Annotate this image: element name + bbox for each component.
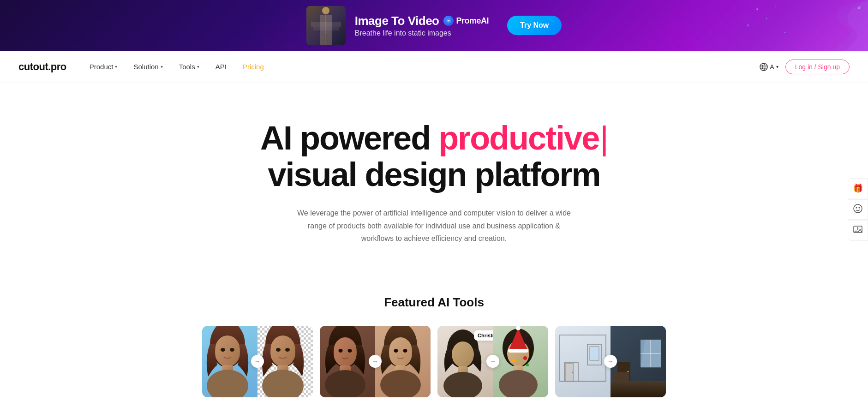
ad-thumbnail xyxy=(306,6,346,45)
featured-section: Featured AI Tools xyxy=(0,272,868,397)
svg-point-48 xyxy=(516,326,521,330)
ad-subtitle: Breathe life into static images xyxy=(355,29,489,37)
hero-heading-highlight: productive xyxy=(438,120,608,156)
svg-point-37 xyxy=(403,349,407,353)
svg-rect-47 xyxy=(508,349,528,353)
arrow-right-icon-3: → xyxy=(490,358,496,365)
svg-point-36 xyxy=(394,349,398,353)
ad-brand-name: PromeAI xyxy=(456,16,489,26)
svg-point-10 xyxy=(775,6,776,7)
svg-point-29 xyxy=(325,370,365,397)
arrow-right-icon-2: → xyxy=(372,358,378,365)
svg-point-8 xyxy=(756,8,758,10)
side-gift-button[interactable]: 🎁 xyxy=(848,178,868,198)
nav-translate[interactable]: A ▾ xyxy=(760,63,778,71)
svg-point-19 xyxy=(230,348,234,352)
svg-point-50 xyxy=(512,359,515,362)
nav-tools-label: Tools xyxy=(179,63,195,71)
side-avatar-button[interactable] xyxy=(848,199,868,220)
svg-rect-73 xyxy=(857,227,858,229)
hero-heading-part1: AI powered xyxy=(260,120,438,156)
card-half-left-1 xyxy=(202,326,257,397)
chevron-down-icon: ▾ xyxy=(115,64,117,69)
svg-point-9 xyxy=(766,18,767,19)
svg-rect-56 xyxy=(590,347,599,360)
svg-point-70 xyxy=(859,207,860,208)
svg-point-12 xyxy=(784,32,786,33)
featured-card-3[interactable]: Christmas + → xyxy=(437,326,548,397)
nav-product-label: Product xyxy=(90,63,114,71)
card-face-right xyxy=(375,326,431,397)
arrow-right-icon-4: → xyxy=(607,358,614,365)
svg-point-41 xyxy=(443,372,482,397)
card-effects-right xyxy=(493,326,548,397)
chevron-down-icon: ▾ xyxy=(197,64,199,69)
navbar: cutout.pro Product ▾ Solution ▾ Tools ▾ … xyxy=(0,51,868,83)
svg-point-27 xyxy=(333,337,357,367)
card-face-left xyxy=(320,326,375,397)
chevron-down-icon: ▾ xyxy=(161,64,163,69)
ad-banner: Image To Video PromeAI Breathe life into… xyxy=(0,0,868,51)
ad-cta-button[interactable]: Try Now xyxy=(507,16,562,35)
svg-point-51 xyxy=(526,364,529,366)
svg-point-35 xyxy=(380,370,421,397)
svg-point-15 xyxy=(215,335,240,367)
arrow-connector-3: → xyxy=(486,355,499,368)
ad-title: Image To Video PromeAI xyxy=(355,14,489,28)
side-buttons: 🎁 xyxy=(848,178,868,241)
svg-point-31 xyxy=(348,349,352,353)
smiley-icon xyxy=(853,204,863,216)
featured-card-2[interactable]: → xyxy=(320,326,431,397)
nav-logo[interactable]: cutout.pro xyxy=(18,61,66,73)
nav-right: A ▾ Log in / Sign up xyxy=(760,60,850,74)
svg-point-11 xyxy=(747,24,749,27)
gift-icon: 🎁 xyxy=(853,183,863,193)
login-button[interactable]: Log in / Sign up xyxy=(785,60,850,74)
hero-section: AI powered productive visual design plat… xyxy=(0,83,868,272)
card-sketch-left xyxy=(555,326,611,397)
svg-rect-6 xyxy=(324,34,328,45)
translate-icon xyxy=(760,63,768,71)
svg-point-45 xyxy=(499,370,538,397)
svg-point-17 xyxy=(207,370,248,397)
translate-chevron-icon: ▾ xyxy=(776,64,778,69)
side-alert-button[interactable] xyxy=(848,221,868,241)
alert-icon xyxy=(853,225,863,237)
translate-label: A xyxy=(770,63,774,71)
svg-point-39 xyxy=(452,341,474,367)
nav-api-label: API xyxy=(216,63,227,71)
ad-content: Image To Video PromeAI Breathe life into… xyxy=(306,6,562,45)
svg-point-69 xyxy=(856,207,857,208)
nav-solution-label: Solution xyxy=(133,63,158,71)
ad-brand: PromeAI xyxy=(443,16,489,26)
svg-point-33 xyxy=(389,337,413,367)
ad-title-text: Image To Video xyxy=(355,14,439,28)
nav-link-tools[interactable]: Tools ▾ xyxy=(179,63,199,71)
hero-subtitle: We leverage the power of artificial inte… xyxy=(296,207,573,245)
ad-brand-icon xyxy=(443,16,454,26)
featured-cards: → xyxy=(18,326,850,397)
svg-rect-60 xyxy=(611,381,666,397)
svg-point-25 xyxy=(285,348,290,352)
svg-point-21 xyxy=(270,335,296,367)
svg-point-68 xyxy=(854,204,862,213)
svg-point-58 xyxy=(572,371,574,373)
ad-text-block: Image To Video PromeAI Breathe life into… xyxy=(355,14,489,37)
featured-card-4[interactable]: → xyxy=(555,326,666,397)
ad-wave-decoration xyxy=(730,0,868,51)
featured-title: Featured AI Tools xyxy=(18,295,850,310)
svg-point-23 xyxy=(262,370,304,397)
svg-point-24 xyxy=(276,348,281,352)
nav-link-product[interactable]: Product ▾ xyxy=(90,63,118,71)
nav-link-pricing[interactable]: Pricing xyxy=(243,63,264,71)
nav-link-solution[interactable]: Solution ▾ xyxy=(133,63,162,71)
hero-heading: AI powered productive visual design plat… xyxy=(227,120,642,193)
nav-links: Product ▾ Solution ▾ Tools ▾ API Pricing xyxy=(90,63,760,71)
card-half-right-1 xyxy=(257,326,313,397)
arrow-connector-1: → xyxy=(251,355,264,368)
hero-heading-part2: visual design platform xyxy=(268,156,600,193)
nav-link-api[interactable]: API xyxy=(216,63,227,71)
arrow-right-icon: → xyxy=(254,358,261,365)
featured-card-1[interactable]: → xyxy=(202,326,313,397)
arrow-connector-2: → xyxy=(369,355,382,368)
